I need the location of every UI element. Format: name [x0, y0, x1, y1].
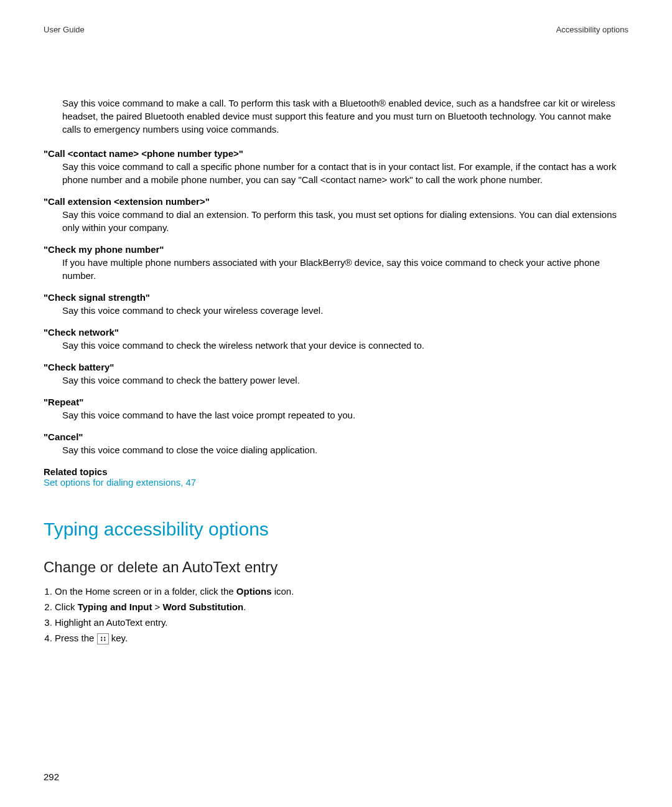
command-description: If you have multiple phone numbers assoc… — [62, 256, 628, 282]
header-left: User Guide — [44, 25, 85, 34]
command-description: Say this voice command to have the last … — [62, 408, 628, 422]
step-text: . — [243, 602, 246, 612]
related-topics-label: Related topics — [44, 466, 628, 477]
step-bold: Options — [236, 586, 272, 597]
step-text: On the Home screen or in a folder, click… — [55, 586, 236, 597]
command-title: "Check my phone number" — [44, 244, 628, 255]
step-item: Click Typing and Input > Word Substituti… — [55, 599, 628, 615]
step-text: Click — [55, 602, 78, 612]
intro-paragraph: Say this voice command to make a call. T… — [62, 97, 628, 136]
page-number: 292 — [44, 772, 59, 782]
command-block: "Check signal strength" Say this voice c… — [44, 292, 628, 317]
command-block: "Call extension <extension number>" Say … — [44, 196, 628, 234]
header-right: Accessibility options — [556, 25, 628, 34]
command-title: "Check network" — [44, 327, 628, 337]
step-item: Highlight an AutoText entry. — [55, 615, 628, 630]
command-block: "Repeat" Say this voice command to have … — [44, 397, 628, 422]
step-item: Press the ∷ key. — [55, 630, 628, 646]
command-title: "Cancel" — [44, 432, 628, 442]
page-header: User Guide Accessibility options — [44, 25, 628, 34]
command-description: Say this voice command to check the wire… — [62, 339, 628, 352]
command-description: Say this voice command to check your wir… — [62, 304, 628, 317]
command-title: "Check signal strength" — [44, 292, 628, 303]
step-bold: Typing and Input — [78, 602, 152, 612]
step-text: Press the — [55, 633, 97, 643]
document-page: User Guide Accessibility options Say thi… — [0, 0, 672, 807]
command-description: Say this voice command to close the voic… — [62, 443, 628, 456]
steps-list: On the Home screen or in a folder, click… — [55, 583, 628, 646]
command-description: Say this voice command to dial an extens… — [62, 208, 628, 234]
step-text: icon. — [271, 586, 294, 597]
command-description: Say this voice command to call a specifi… — [62, 160, 628, 186]
command-title: "Call <contact name> <phone number type>… — [44, 148, 628, 159]
step-item: On the Home screen or in a folder, click… — [55, 583, 628, 599]
sub-heading: Change or delete an AutoText entry — [44, 559, 628, 576]
menu-key-icon: ∷ — [97, 633, 109, 644]
command-block: "Call <contact name> <phone number type>… — [44, 148, 628, 186]
step-text: > — [152, 602, 162, 612]
command-description: Say this voice command to check the batt… — [62, 374, 628, 387]
step-bold: Word Substitution — [162, 602, 243, 612]
related-topic-link[interactable]: Set options for dialing extensions, 47 — [44, 477, 628, 488]
command-title: "Repeat" — [44, 397, 628, 407]
command-block: "Check my phone number" If you have mult… — [44, 244, 628, 282]
step-text: key. — [109, 633, 128, 643]
step-text: Highlight an AutoText entry. — [55, 617, 168, 628]
command-title: "Check battery" — [44, 362, 628, 372]
command-block: "Check network" Say this voice command t… — [44, 327, 628, 352]
command-block: "Cancel" Say this voice command to close… — [44, 432, 628, 456]
command-block: "Check battery" Say this voice command t… — [44, 362, 628, 387]
command-title: "Call extension <extension number>" — [44, 196, 628, 207]
section-heading: Typing accessibility options — [44, 519, 628, 540]
